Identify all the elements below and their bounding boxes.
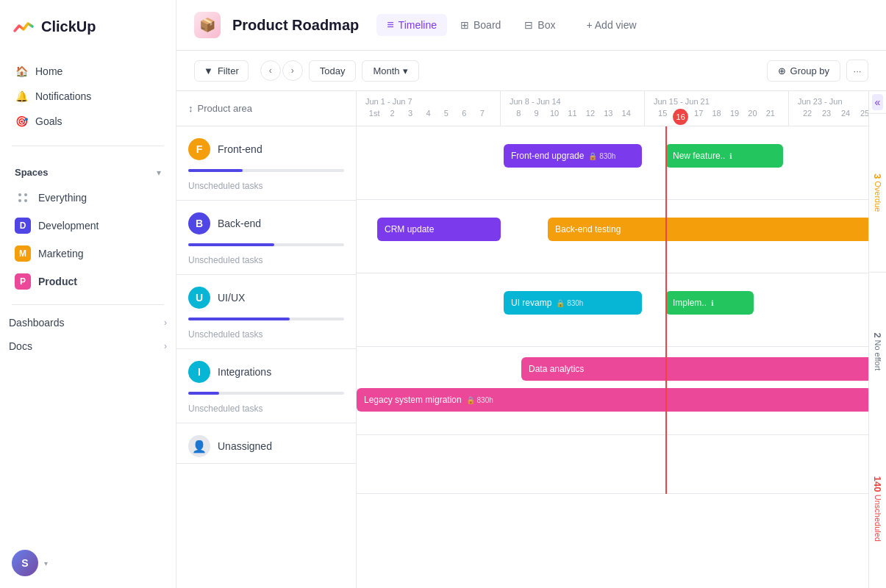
overdue-count: 3 — [872, 173, 883, 179]
sidebar-item-goals[interactable]: 🎯 Goals — [6, 109, 170, 134]
bar-hours-3: 🔒 830h — [466, 396, 493, 404]
tab-timeline[interactable]: ≡ Timeline — [376, 14, 447, 36]
sidebar-item-home[interactable]: 🏠 Home — [6, 59, 170, 84]
view-tabs: ≡ Timeline ⊞ Board ⊟ Box — [376, 14, 565, 36]
timeline-header: Jun 1 - Jun 7 1st 2 3 4 5 6 7 Jun 8 - Ju… — [357, 91, 868, 126]
backend-progress — [188, 243, 344, 246]
sidebar-item-dashboards[interactable]: Dashboards › — [0, 311, 176, 334]
backend-avatar: B — [188, 212, 210, 234]
month-button[interactable]: Month ▾ — [362, 60, 418, 82]
sidebar-item-marketing[interactable]: M Marketing — [6, 240, 170, 268]
timeline-container: ↕ Product area F Front-end Unscheduled t… — [176, 91, 886, 588]
tab-board[interactable]: ⊞ Board — [450, 14, 511, 36]
group-by-button[interactable]: ⊕ Group by — [767, 60, 840, 82]
row-group-unassigned: 👤 Unassigned — [176, 423, 356, 464]
spaces-title: Spaces — [15, 167, 49, 178]
day-cell: 21 — [762, 109, 779, 125]
week-2-days: 8 9 10 11 12 13 14 — [510, 109, 635, 118]
week-2-header: Jun 8 - Jun 14 8 9 10 11 12 13 14 — [501, 91, 645, 126]
row-group-integrations: I Integrations Unscheduled tasks — [176, 349, 356, 423]
docs-label: Docs — [9, 340, 32, 352]
clickup-logo-icon — [12, 15, 35, 38]
uiux-unscheduled: Unscheduled tasks — [176, 326, 356, 348]
docs-chevron-icon: › — [164, 341, 167, 351]
gantt-bar-frontend-upgrade[interactable]: Front-end upgrade 🔒 830h — [504, 144, 642, 168]
divider-2 — [12, 304, 164, 305]
gantt-bar-data-analytics[interactable]: Data analytics — [521, 357, 868, 381]
gantt-bar-backend-testing[interactable]: Back-end testing — [548, 218, 868, 241]
user-avatar[interactable]: S — [12, 550, 38, 576]
gantt-bar-ui-revamp[interactable]: UI revamp 🔒 830h — [504, 291, 642, 315]
sidebar-item-product[interactable]: P Product — [6, 268, 170, 295]
day-cell: 5 — [437, 109, 455, 118]
timeline-tab-label: Timeline — [399, 19, 437, 31]
dashboards-chevron-icon: › — [164, 318, 167, 328]
add-view-button[interactable]: + Add view — [577, 15, 645, 35]
day-cell: 4 — [419, 109, 437, 118]
frontend-progress-fill — [188, 169, 243, 172]
week-1-days: 1st 2 3 4 5 6 7 — [365, 109, 491, 118]
tab-box[interactable]: ⊟ Box — [514, 14, 565, 36]
sidebar-item-everything[interactable]: Everything — [6, 184, 170, 212]
spaces-section: Spaces ▾ Everything D Development M Mark… — [0, 152, 176, 298]
sidebar-item-development[interactable]: D Development — [6, 212, 170, 240]
filter-label: Filter — [218, 65, 239, 76]
week-4-days: 22 23 24 25 — [798, 109, 868, 118]
svg-point-3 — [24, 199, 27, 202]
group-by-label: Group by — [790, 65, 829, 76]
gantt-bar-legacy-migration[interactable]: Legacy system migration 🔒 830h — [357, 388, 868, 412]
unscheduled-indicator[interactable]: 140 Unscheduled — [869, 430, 886, 588]
add-view-label: + Add view — [586, 19, 636, 31]
today-button[interactable]: Today — [309, 60, 357, 82]
no-effort-indicator[interactable]: 2 No effort — [869, 272, 886, 431]
integrations-progress-fill — [188, 392, 219, 395]
day-cell: 3 — [401, 109, 419, 118]
bar-hours: 🔒 830h — [588, 152, 615, 160]
backend-unscheduled: Unscheduled tasks — [176, 252, 356, 274]
day-cell: 22 — [798, 109, 817, 118]
filter-button[interactable]: ▼ Filter — [194, 60, 249, 82]
toolbar: ▼ Filter ‹ › Today Month ▾ ⊕ Group by ··… — [176, 51, 886, 91]
day-cell: 15 — [654, 109, 671, 125]
bar-hours-2: 🔒 830h — [556, 299, 583, 307]
product-avatar: P — [15, 273, 31, 290]
sidebar-item-docs[interactable]: Docs › — [0, 334, 176, 358]
row-group-frontend: F Front-end Unscheduled tasks — [176, 126, 356, 201]
integrations-avatar: I — [188, 361, 210, 383]
next-button[interactable]: › — [282, 60, 303, 81]
day-cell: 2 — [383, 109, 401, 118]
overdue-indicator[interactable]: 3 Overdue — [869, 113, 886, 272]
month-chevron-icon: ▾ — [403, 65, 408, 76]
gantt-bar-crm-update[interactable]: CRM update — [377, 218, 501, 241]
week-1-header: Jun 1 - Jun 7 1st 2 3 4 5 6 7 — [357, 91, 501, 126]
collapse-button[interactable]: « — [869, 91, 886, 113]
gantt-bar-new-feature[interactable]: New feature.. ℹ — [665, 144, 783, 168]
bar-label: Data analytics — [529, 364, 584, 374]
day-cell: 25 — [855, 109, 868, 118]
development-avatar: D — [15, 218, 31, 234]
week-4-header: Jun 23 - Jun 22 23 24 25 — [789, 91, 868, 126]
prev-button[interactable]: ‹ — [260, 60, 281, 81]
bar-label: New feature.. — [673, 151, 725, 161]
app-name: ClickUp — [41, 18, 96, 35]
bar-info-icon-2: ℹ — [711, 299, 714, 307]
day-cell: 19 — [726, 109, 743, 125]
unscheduled-label: Unscheduled — [874, 495, 882, 542]
svg-point-0 — [18, 193, 21, 196]
today-marker: 16 — [673, 109, 688, 125]
spaces-chevron-icon[interactable]: ▾ — [157, 168, 161, 178]
home-icon: 🏠 — [15, 65, 28, 78]
sidebar-item-notifications[interactable]: 🔔 Notifications — [6, 84, 170, 109]
gantt-bar-implement[interactable]: Implem.. ℹ — [665, 291, 754, 315]
box-tab-label: Box — [537, 19, 555, 31]
more-options-button[interactable]: ··· — [846, 60, 868, 82]
no-effort-count: 2 — [872, 332, 883, 337]
side-indicators: « 3 Overdue 2 No effort 140 Unscheduled — [868, 91, 886, 588]
week-3-label: Jun 15 - Jun 21 — [654, 97, 779, 106]
frontend-name: Front-end — [218, 143, 262, 155]
collapse-icon[interactable]: « — [872, 94, 883, 110]
bar-label: Legacy system migration — [364, 395, 462, 405]
no-effort-text: 2 No effort — [872, 332, 883, 370]
row-group-backend: B Back-end Unscheduled tasks — [176, 201, 356, 275]
backend-name: Back-end — [218, 218, 261, 229]
